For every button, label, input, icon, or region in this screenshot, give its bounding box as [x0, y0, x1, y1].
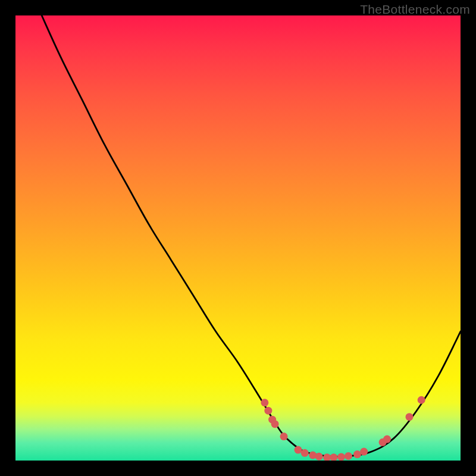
data-marker — [418, 396, 425, 404]
chart-frame: TheBottleneck.com — [0, 0, 476, 476]
curve-svg — [15, 15, 461, 461]
data-marker — [353, 450, 361, 458]
data-marker — [337, 453, 345, 461]
data-marker — [345, 452, 352, 460]
data-marker — [405, 413, 413, 421]
data-marker — [330, 453, 337, 461]
data-marker — [261, 399, 268, 406]
data-marker — [271, 420, 279, 428]
bottleneck-curve — [15, 15, 461, 457]
data-marker — [280, 433, 288, 440]
plot-area — [15, 15, 461, 461]
data-marker — [264, 407, 272, 415]
data-marker — [383, 436, 391, 443]
marker-group — [261, 396, 425, 461]
watermark-text: TheBottleneck.com — [360, 2, 470, 17]
data-marker — [301, 449, 309, 457]
data-marker — [360, 448, 368, 456]
data-marker — [323, 453, 331, 461]
data-marker — [315, 453, 323, 461]
data-marker — [294, 446, 302, 454]
